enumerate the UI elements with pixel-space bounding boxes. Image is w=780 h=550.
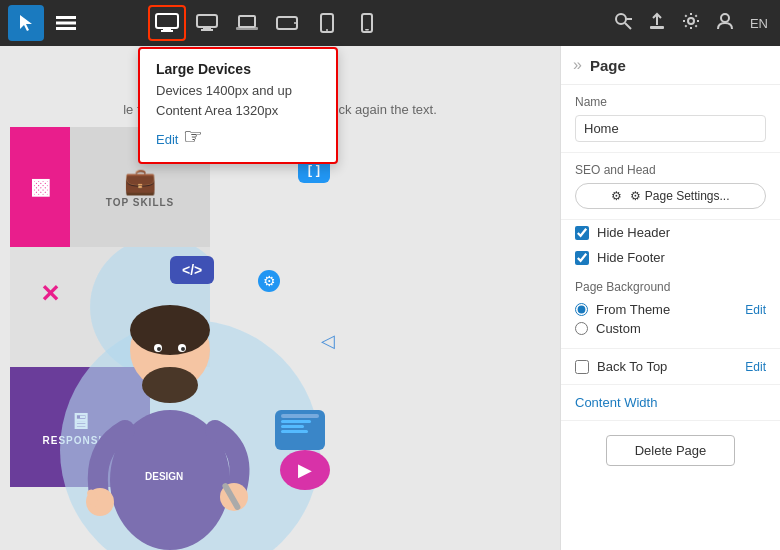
hide-footer-checkbox[interactable] [575,251,589,265]
svg-point-30 [181,347,185,351]
device-popup-edit-link[interactable]: Edit [156,132,178,147]
svg-rect-9 [239,16,255,27]
device-buttons: Large Devices Devices 1400px and up Cont… [148,5,386,41]
device-btn-desktop[interactable] [188,5,226,41]
select-tool-button[interactable] [8,5,44,41]
cursor-icon: ☞ [183,124,203,150]
toolbar-right: EN [610,8,772,39]
triangle-icon: ◁ [321,330,335,352]
svg-rect-2 [56,27,76,30]
main-layout: Key Feat le text. Click to select the te… [0,46,780,550]
device-btn-large[interactable] [148,5,186,41]
device-btn-tablet-portrait[interactable] [308,5,346,41]
settings-icon[interactable] [678,8,704,39]
svg-point-21 [688,18,694,24]
custom-row: Custom [575,319,766,338]
svg-point-29 [157,347,161,351]
hide-header-checkbox[interactable] [575,226,589,240]
x-mark: ✕ [40,280,60,308]
svg-rect-6 [197,15,217,27]
user-icon[interactable] [712,8,738,39]
from-theme-radio[interactable] [575,303,588,316]
svg-point-26 [142,367,198,403]
toolbar-left [8,5,84,41]
back-to-top-checkbox-row: Back To Top [575,359,745,374]
svg-point-14 [326,29,328,31]
panel-header: » Page [561,46,780,85]
back-to-top-section: Back To Top Edit [561,349,780,385]
svg-rect-4 [163,28,171,30]
hide-footer-label: Hide Footer [597,250,665,265]
svg-point-25 [130,305,210,355]
bg-label: Page Background [575,280,766,294]
page-name-input[interactable] [575,115,766,142]
svg-rect-8 [201,29,213,31]
svg-rect-20 [650,26,664,29]
device-popup-line2: Content Area 1320px [156,101,320,121]
device-btn-mobile[interactable] [348,5,386,41]
panel-title: Page [590,57,626,74]
back-to-top-checkbox[interactable] [575,360,589,374]
right-panel: » Page Name SEO and Head ⚙ ⚙ Page Settin… [560,46,780,550]
panel-expand-button[interactable]: » [573,56,582,74]
svg-rect-1 [56,22,76,25]
person-svg: DESIGN [60,230,280,550]
custom-radio[interactable] [575,322,588,335]
svg-rect-3 [156,14,178,28]
svg-rect-7 [203,27,211,29]
language-selector[interactable]: EN [746,12,772,35]
play-badge: ▶ [280,450,330,490]
svg-rect-5 [161,30,173,32]
svg-line-18 [625,23,631,29]
page-background-section: Page Background From Theme Edit Custom [561,270,780,349]
from-theme-row: From Theme Edit [575,300,766,319]
back-to-top-label: Back To Top [597,359,667,374]
custom-label: Custom [596,321,641,336]
from-theme-edit[interactable]: Edit [745,303,766,317]
delete-page-button[interactable]: Delete Page [606,435,736,466]
name-section: Name [561,85,780,153]
gear-small: ⚙ [258,270,280,292]
page-settings-button[interactable]: ⚙ ⚙ Page Settings... [575,183,766,209]
seo-label: SEO and Head [575,163,766,177]
svg-rect-16 [365,29,369,31]
svg-point-22 [721,14,729,22]
device-btn-laptop[interactable] [228,5,266,41]
toolbar: Large Devices Devices 1400px and up Cont… [0,0,780,46]
device-popup: Large Devices Devices 1400px and up Cont… [138,47,338,164]
content-width-link[interactable]: Content Width [561,385,780,421]
svg-point-12 [294,22,296,24]
device-popup-title: Large Devices [156,61,320,77]
svg-text:DESIGN: DESIGN [145,471,183,482]
from-theme-label: From Theme [596,302,670,317]
back-to-top-edit[interactable]: Edit [745,360,766,374]
layout-tool-button[interactable] [48,5,84,41]
hide-header-label: Hide Header [597,225,670,240]
code-screen [275,410,325,450]
name-label: Name [575,95,766,109]
gear-icon: ⚙ [611,189,622,203]
hide-footer-row: Hide Footer [561,245,780,270]
hide-header-row: Hide Header [561,220,780,245]
device-btn-tablet-landscape[interactable] [268,5,306,41]
seo-section: SEO and Head ⚙ ⚙ Page Settings... [561,153,780,220]
illustration-area: DESIGN ✕ ▶ [40,200,340,550]
publish-icon[interactable] [644,8,670,39]
svg-rect-0 [56,16,76,19]
device-popup-line1: Devices 1400px and up [156,81,320,101]
svg-point-17 [616,14,626,24]
search-icon[interactable] [610,8,636,39]
svg-rect-10 [236,27,258,30]
delete-section: Delete Page [561,421,780,480]
